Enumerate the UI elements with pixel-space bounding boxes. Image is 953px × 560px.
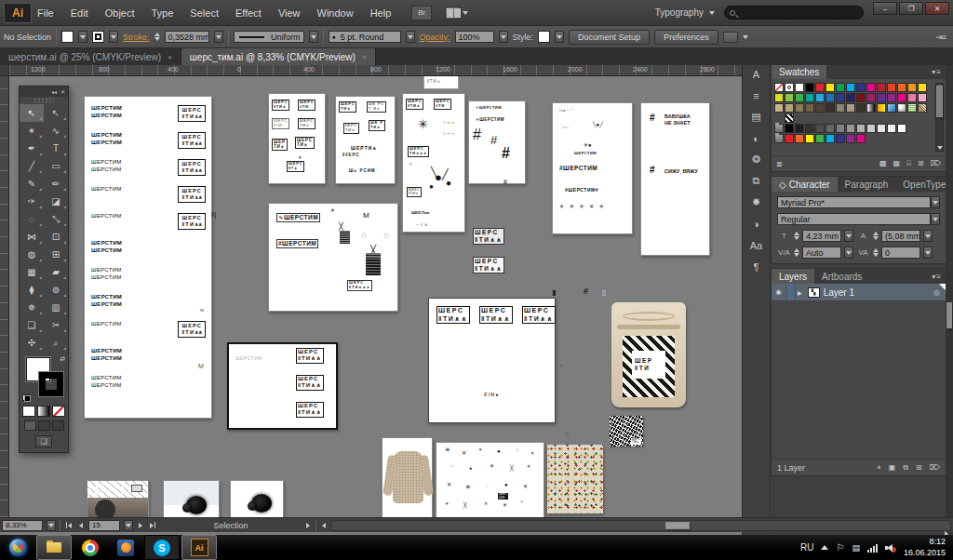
tracking-stepper[interactable]: [873, 248, 879, 257]
swatch[interactable]: [805, 93, 814, 102]
control-panel-menu-icon[interactable]: ⇥≡: [935, 33, 949, 42]
gradient-button[interactable]: [37, 406, 50, 417]
zoom-tool[interactable]: ⌕: [44, 334, 68, 352]
menu-item[interactable]: Effect: [235, 7, 262, 19]
swatch[interactable]: [846, 124, 855, 133]
swatch[interactable]: [887, 93, 896, 102]
tab-artboards[interactable]: Artboards: [814, 269, 869, 284]
none-button[interactable]: [52, 406, 65, 417]
layer-name[interactable]: Layer 1: [824, 287, 854, 298]
volume-icon[interactable]: [885, 543, 896, 553]
rotate-tool[interactable]: ◌: [20, 210, 44, 228]
swatch[interactable]: [877, 83, 886, 92]
swatch[interactable]: [887, 124, 896, 133]
scrollbar-thumb[interactable]: [936, 86, 943, 117]
profile-dropdown[interactable]: [309, 31, 318, 43]
swatch[interactable]: [815, 103, 825, 113]
leading-field[interactable]: (5,08 mm: [881, 230, 920, 242]
vertical-scrollbar[interactable]: [946, 52, 953, 535]
swatch[interactable]: [846, 83, 855, 92]
next-artboard-button[interactable]: [137, 523, 144, 528]
minimize-button[interactable]: –: [873, 2, 897, 15]
swatch[interactable]: [907, 103, 917, 113]
menu-item[interactable]: File: [37, 7, 54, 19]
kerning-dropdown[interactable]: [844, 247, 853, 259]
perspective-grid-tool[interactable]: ⊞: [44, 246, 68, 263]
scroll-left-button[interactable]: [320, 523, 328, 528]
new-swatch-icon[interactable]: ⊞: [918, 159, 924, 168]
tab-layers[interactable]: Layers: [772, 269, 814, 284]
swap-colors-icon[interactable]: ⇄: [60, 355, 65, 363]
hidden-icons-arrow[interactable]: [821, 545, 828, 550]
swatch-kinds-icon[interactable]: ▩: [879, 159, 887, 168]
fill-color-swatch[interactable]: [61, 31, 74, 43]
swatch[interactable]: [836, 103, 845, 113]
taskbar-skype[interactable]: S: [144, 535, 180, 560]
gradient-icon[interactable]: ▤: [743, 106, 770, 127]
glyphs-icon[interactable]: A: [743, 63, 770, 85]
visibility-eye-icon[interactable]: ◉: [772, 284, 786, 300]
new-sublayer-icon[interactable]: ⧉: [903, 463, 908, 473]
direct-selection-tool[interactable]: ↖: [44, 104, 68, 122]
start-button[interactable]: [0, 535, 35, 560]
menu-item[interactable]: View: [278, 7, 301, 19]
tab-close-icon[interactable]: ×: [168, 53, 172, 61]
swatch[interactable]: [866, 93, 876, 102]
swatch[interactable]: [785, 113, 794, 123]
tracking-field[interactable]: 0: [881, 247, 920, 259]
paintbrush-tool[interactable]: ✎: [20, 175, 44, 193]
font-style-dropdown[interactable]: [931, 213, 940, 225]
scrollbar-thumb[interactable]: [946, 302, 952, 328]
opacity-link[interactable]: Opacity:: [420, 33, 450, 42]
swatch[interactable]: [866, 103, 876, 113]
swatch[interactable]: [825, 124, 835, 133]
swatch[interactable]: [785, 124, 794, 133]
screen-mode-button[interactable]: ❏: [35, 435, 52, 447]
new-color-group-icon[interactable]: ⌸: [906, 159, 911, 168]
menu-item[interactable]: Edit: [71, 7, 88, 19]
taskbar-media-player[interactable]: [108, 535, 143, 560]
zoom-dropdown[interactable]: [47, 520, 56, 531]
bridge-icon[interactable]: Br: [411, 6, 432, 20]
blend-tool[interactable]: ⊚: [44, 281, 68, 299]
zoom-level-field[interactable]: 8,33%: [2, 520, 43, 531]
font-size-field[interactable]: 4,23 mm: [802, 230, 841, 242]
brush-dropdown[interactable]: [406, 31, 415, 43]
search-input[interactable]: [724, 6, 864, 20]
draw-normal-button[interactable]: [24, 420, 36, 431]
swatch[interactable]: [795, 124, 804, 133]
line-segment-tool[interactable]: ╱: [20, 157, 44, 175]
panel-menu-icon[interactable]: ▾≡: [932, 273, 946, 281]
swatch[interactable]: [815, 124, 825, 133]
close-icon[interactable]: ✕: [60, 88, 65, 95]
tab-character[interactable]: ◇Character: [772, 177, 838, 192]
swatch[interactable]: [815, 93, 825, 102]
swatch[interactable]: [774, 83, 784, 92]
shape-builder-tool[interactable]: ◍: [20, 246, 44, 263]
panel-menu-icon[interactable]: ▾≡: [932, 68, 946, 76]
type-tool[interactable]: T: [44, 140, 68, 157]
arrange-documents-button[interactable]: [445, 7, 468, 20]
swatch[interactable]: [846, 103, 855, 113]
swatch[interactable]: [774, 124, 784, 133]
stroke-dropdown[interactable]: [109, 31, 118, 43]
font-family-dropdown[interactable]: [931, 196, 940, 208]
swatch[interactable]: [887, 103, 896, 113]
delete-swatch-icon[interactable]: ⌦: [931, 159, 941, 168]
swatch[interactable]: [805, 134, 814, 143]
swatch[interactable]: [877, 124, 886, 133]
taskbar-clock[interactable]: 8:12 16.06.2015: [904, 537, 946, 558]
delete-layer-icon[interactable]: ⌦: [930, 463, 940, 473]
appearance-icon[interactable]: ◑: [743, 213, 770, 234]
hand-tool[interactable]: ✣: [20, 334, 44, 352]
swatch[interactable]: [825, 83, 835, 92]
swatch[interactable]: [815, 83, 825, 92]
swatch[interactable]: [877, 103, 886, 113]
kerning-stepper[interactable]: [794, 248, 799, 257]
stroke-link[interactable]: Stroke:: [123, 33, 150, 42]
lasso-tool[interactable]: ∿: [44, 122, 68, 140]
menu-item[interactable]: Select: [190, 7, 219, 19]
leading-stepper[interactable]: [873, 232, 879, 240]
slice-tool[interactable]: ✂: [44, 316, 68, 334]
stroke-weight-field[interactable]: 0,3528 mm: [165, 31, 209, 43]
